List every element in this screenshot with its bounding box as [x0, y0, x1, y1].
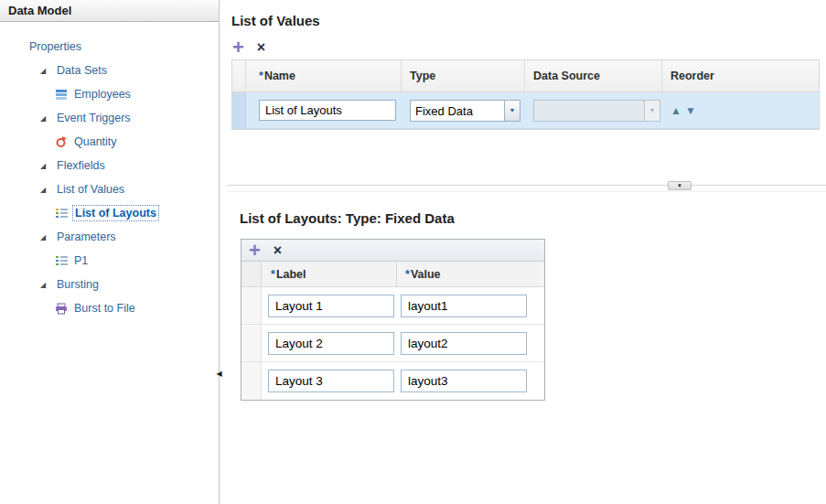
bursting-icon: [55, 302, 70, 315]
tree-item-quantity[interactable]: Quantity: [0, 130, 219, 154]
tree-item-label: Quantity: [72, 134, 119, 149]
reorder-down-icon[interactable]: ▼: [685, 104, 696, 117]
employees-dataset-icon: [55, 88, 70, 101]
expander-icon[interactable]: ◢: [40, 186, 55, 194]
tree-item-data-sets[interactable]: ◢ Data Sets: [0, 59, 219, 82]
tree-item-list-of-layouts[interactable]: List of Layouts: [0, 201, 219, 225]
sidebar: Data Model Properties ◢ Data Sets Employ…: [0, 0, 220, 504]
expander-icon[interactable]: ◢: [40, 67, 55, 75]
tree-item-label-selected: List of Layouts: [72, 205, 159, 221]
row-selector-cell[interactable]: [241, 362, 262, 400]
column-header-reorder: Reorder: [662, 60, 819, 91]
tree-item-parameters[interactable]: ◢ Parameters: [0, 225, 219, 249]
tree-item-label: Flexfields: [55, 158, 107, 173]
column-header-label: Reorder: [670, 70, 714, 82]
row-selector-cell[interactable]: [232, 92, 246, 128]
column-header-label: Value: [411, 268, 441, 281]
parameter-icon: [55, 254, 70, 267]
lov-toolbar: + ×: [232, 38, 826, 57]
add-row-icon[interactable]: +: [249, 242, 261, 259]
layout-label-input[interactable]: [268, 370, 394, 392]
column-header-type: Type: [402, 60, 525, 91]
tree-item-label: List of Values: [55, 182, 126, 197]
tree-item-list-of-values[interactable]: ◢ List of Values: [0, 177, 219, 201]
lov-data-source-cell: ▼: [525, 92, 662, 128]
row-selector-cell[interactable]: [241, 287, 262, 324]
required-marker: *: [405, 268, 410, 281]
tree-item-label: Bursting: [55, 277, 101, 292]
tree-item-employees[interactable]: Employees: [0, 82, 219, 106]
layout-label-input[interactable]: [268, 332, 394, 355]
tree-item-bursting[interactable]: ◢ Bursting: [0, 273, 219, 296]
column-header-label-col: * Label: [262, 262, 397, 286]
column-header-label: Name: [264, 70, 295, 82]
lov-table-row-selected[interactable]: Fixed Data ▼ ▼ ▲ ▼: [232, 92, 819, 129]
layout-label-input[interactable]: [268, 295, 394, 317]
tree-item-label: Employees: [72, 87, 133, 102]
lov-name-input[interactable]: [259, 100, 396, 121]
delete-row-icon[interactable]: ×: [274, 242, 282, 259]
column-header-label: Type: [410, 70, 435, 82]
reorder-up-icon[interactable]: ▲: [670, 104, 681, 117]
detail-section-title: List of Layouts: Type: Fixed Data: [240, 210, 826, 227]
detail-table-row[interactable]: [241, 287, 544, 325]
lov-name-cell: [246, 92, 402, 128]
tree-item-label: Event Triggers: [55, 111, 133, 125]
tree-item-label: Parameters: [55, 230, 118, 244]
horizontal-splitter[interactable]: ▼: [227, 185, 826, 192]
dropdown-button[interactable]: ▼: [504, 100, 520, 122]
add-lov-icon[interactable]: +: [232, 39, 244, 56]
lov-type-cell: Fixed Data ▼: [402, 92, 525, 128]
expander-icon[interactable]: ◢: [40, 233, 55, 241]
lov-data-source-dropdown-disabled: ▼: [533, 100, 660, 122]
layout-value-input[interactable]: [401, 370, 527, 392]
chevron-down-icon: ▼: [510, 107, 516, 113]
tree-item-label: P1: [72, 253, 90, 268]
column-header-label: Label: [276, 268, 306, 281]
detail-table-header: * Label * Value: [241, 262, 544, 287]
detail-table-row[interactable]: [241, 325, 544, 362]
data-model-tree: Properties ◢ Data Sets Employees ◢ Event…: [0, 22, 219, 320]
tree-item-p1[interactable]: P1: [0, 249, 219, 273]
list-of-values-icon: [55, 207, 70, 220]
layout-value-input[interactable]: [401, 295, 527, 317]
tree-item-label: Properties: [27, 39, 83, 54]
required-marker: *: [259, 70, 263, 82]
tree-item-event-triggers[interactable]: ◢ Event Triggers: [0, 106, 219, 130]
row-selector-header: [232, 60, 246, 91]
lov-table-header: * Name Type Data Source Reorder: [232, 60, 819, 92]
expander-icon[interactable]: ◢: [40, 162, 55, 170]
sidebar-collapse-icon[interactable]: ◀: [214, 367, 224, 381]
lov-reorder-cell: ▲ ▼: [662, 92, 819, 128]
tree-item-properties[interactable]: Properties: [0, 35, 219, 59]
lov-data-source-selected-value: [533, 100, 644, 122]
quantity-trigger-icon: [55, 135, 70, 148]
tree-item-label: Burst to File: [72, 301, 137, 316]
lov-section-title: List of Values: [231, 13, 826, 29]
detail-toolbar: + ×: [241, 240, 544, 262]
column-header-name: * Name: [246, 60, 402, 91]
tree-item-burst-to-file[interactable]: Burst to File: [0, 296, 219, 320]
required-marker: *: [271, 268, 275, 281]
expander-icon[interactable]: ◢: [40, 114, 55, 123]
tree-item-flexfields[interactable]: ◢ Flexfields: [0, 154, 219, 177]
chevron-down-icon: ▼: [649, 107, 656, 113]
tree-item-label: Data Sets: [55, 63, 109, 78]
detail-table-row[interactable]: [241, 362, 544, 400]
row-selector-cell[interactable]: [241, 325, 262, 361]
lov-type-dropdown[interactable]: Fixed Data ▼: [410, 100, 520, 122]
dropdown-button-disabled: ▼: [644, 100, 660, 122]
delete-lov-icon[interactable]: ×: [257, 39, 265, 56]
data-model-editor: Data Model Properties ◢ Data Sets Employ…: [0, 0, 826, 504]
lov-table: * Name Type Data Source Reorder: [231, 59, 820, 130]
main-panel: List of Values + × * Name Type Data Sour…: [227, 0, 826, 504]
row-selector-header: [241, 262, 262, 286]
fixed-data-table: + × * Label * Value: [241, 239, 545, 401]
splitter-handle-icon[interactable]: ▼: [668, 181, 692, 190]
column-header-value-col: * Value: [397, 262, 544, 286]
layout-value-input[interactable]: [401, 332, 527, 355]
expander-icon[interactable]: ◢: [40, 281, 55, 289]
lov-type-selected-value: Fixed Data: [410, 100, 504, 122]
sidebar-title: Data Model: [0, 0, 219, 22]
column-header-label: Data Source: [533, 70, 600, 82]
